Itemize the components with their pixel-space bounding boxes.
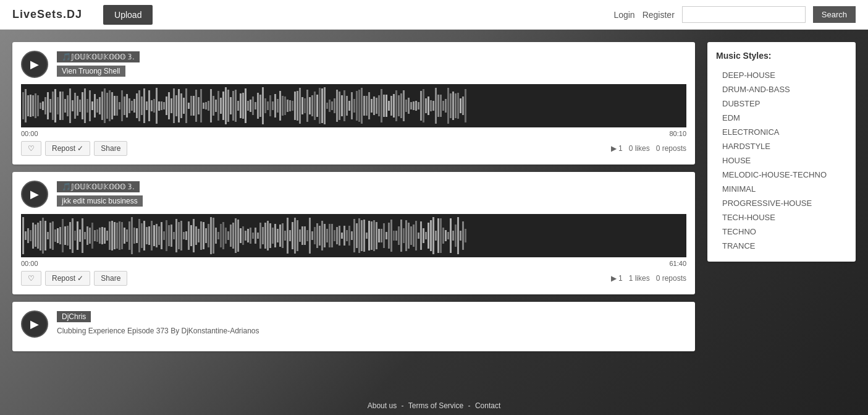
tos-link[interactable]: Terms of Service: [408, 401, 463, 410]
repost-button[interactable]: Repost ✓: [45, 141, 90, 156]
login-link[interactable]: Login: [613, 10, 634, 20]
play-button[interactable]: ▶: [21, 310, 48, 338]
waveform-bar: [381, 89, 382, 122]
waveform-bar: [398, 226, 400, 244]
play-button[interactable]: ▶: [21, 51, 48, 78]
waveform-bar: [237, 220, 239, 252]
waveform-bar: [452, 92, 454, 120]
waveform-bar: [388, 223, 390, 249]
site-logo: LiveSets.DJ: [12, 8, 82, 21]
music-style-item[interactable]: HARDSTYLE: [716, 139, 847, 153]
music-style-item[interactable]: MINIMAL: [716, 182, 847, 196]
waveform-bar: [390, 96, 392, 116]
music-style-item[interactable]: EDM: [716, 111, 847, 125]
waveform-bar: [148, 90, 150, 122]
waveform-bar: [413, 225, 415, 247]
waveform-bar: [262, 87, 264, 124]
waveform-bar: [331, 101, 333, 111]
waveform-bar: [353, 99, 355, 113]
waveform-bar: [168, 225, 170, 246]
like-button[interactable]: ♡: [21, 141, 41, 156]
waveform-bar: [287, 100, 289, 111]
music-style-item[interactable]: PROGRESSIVE-HOUSE: [716, 196, 847, 210]
likes-count: 1 likes: [629, 274, 650, 283]
waveform-bar: [225, 87, 227, 124]
music-style-item[interactable]: DRUM-AND-BASS: [716, 82, 847, 96]
music-style-item[interactable]: MELODIC-HOUSE-TECHNO: [716, 168, 847, 182]
register-link[interactable]: Register: [643, 10, 675, 20]
waveform-bar: [240, 228, 242, 242]
likes-count: 0 likes: [629, 144, 650, 153]
stats-row: ▶ 1 1 likes 0 reposts: [611, 274, 686, 283]
waveform-bar: [84, 88, 86, 123]
music-style-item[interactable]: ELECTRONICA: [716, 125, 847, 139]
share-button[interactable]: Share: [94, 141, 127, 156]
waveform-bar: [462, 96, 464, 115]
waveform-bar: [42, 101, 44, 110]
waveform-bar: [437, 95, 439, 117]
waveform-bar: [299, 229, 301, 242]
waveform-bar: [432, 217, 434, 254]
repost-button[interactable]: Repost ✓: [45, 271, 90, 286]
waveform-bar: [259, 223, 261, 249]
waveform-bar: [316, 95, 318, 118]
waveform-bar: [180, 93, 182, 118]
waveform-bar: [420, 91, 422, 120]
waveform-bar: [133, 99, 135, 113]
waveform-bar: [119, 102, 120, 109]
time-row: 00:00 80:10: [21, 130, 686, 137]
waveform-bar: [124, 96, 125, 114]
waveform-bar: [131, 101, 133, 111]
waveform-bar: [72, 218, 74, 253]
waveform-bar: [119, 221, 120, 250]
waveform-bar: [235, 90, 237, 122]
waveform-bar: [252, 96, 254, 116]
waveform-bar: [136, 228, 138, 243]
waveform-bar: [395, 90, 397, 121]
action-buttons: ♡ Repost ✓ Share: [21, 271, 127, 286]
music-style-item[interactable]: TECHNO: [716, 225, 847, 239]
waveform-bar: [250, 100, 251, 111]
play-button[interactable]: ▶: [21, 181, 48, 208]
waveform-bar: [255, 228, 256, 244]
waveform-bar: [393, 94, 395, 118]
music-style-item[interactable]: DUBSTEP: [716, 96, 847, 111]
waveform-bar: [341, 233, 343, 239]
waveform-bar: [84, 232, 86, 240]
contact-link[interactable]: Contact: [475, 401, 500, 410]
waveform-bar: [410, 102, 412, 109]
like-button[interactable]: ♡: [21, 271, 41, 286]
about-link[interactable]: About us: [368, 401, 397, 410]
waveform-bar: [220, 224, 222, 247]
upload-button[interactable]: Upload: [103, 5, 153, 25]
waveform-bar: [363, 96, 365, 115]
waveform-bar: [452, 231, 454, 241]
waveform-bar: [245, 88, 246, 124]
waveform-bar: [203, 222, 204, 249]
track-info: 🎵𝕁𝕆𝕌𝕂𝕆𝕌𝕂𝕆𝕆𝕆 𝟛. jkk edit music business: [57, 181, 686, 207]
waveform-bar: [195, 226, 197, 244]
music-style-item[interactable]: HOUSE: [716, 153, 847, 168]
waveform-bar: [386, 232, 387, 239]
music-style-item[interactable]: TECH-HOUSE: [716, 210, 847, 225]
waveform-bar: [138, 219, 140, 252]
waveform-bar: [465, 229, 466, 243]
waveform-bar: [442, 228, 444, 244]
music-style-item[interactable]: TRANCE: [716, 239, 847, 253]
music-style-item[interactable]: DEEP-HOUSE: [716, 68, 847, 82]
waveform-bar: [388, 101, 390, 110]
waveform-bar: [40, 221, 41, 250]
waveform-bar: [339, 226, 340, 246]
waveform-bar: [294, 218, 296, 254]
waveform-bar: [25, 89, 27, 122]
waveform-bar: [205, 228, 207, 244]
search-input[interactable]: [682, 6, 806, 23]
waveform-bar: [420, 221, 422, 250]
search-button[interactable]: Search: [813, 6, 856, 23]
content-area: ▶ 🎵𝕁𝕆𝕌𝕂𝕆𝕌𝕂𝕆𝕆𝕆 𝟛. Vien Truong Shell 00:00…: [12, 42, 695, 351]
share-button[interactable]: Share: [94, 271, 127, 286]
waveform-bar: [67, 95, 69, 116]
waveform-bar: [27, 228, 29, 243]
waveform-bar: [35, 225, 36, 247]
waveform-bar: [279, 91, 281, 121]
